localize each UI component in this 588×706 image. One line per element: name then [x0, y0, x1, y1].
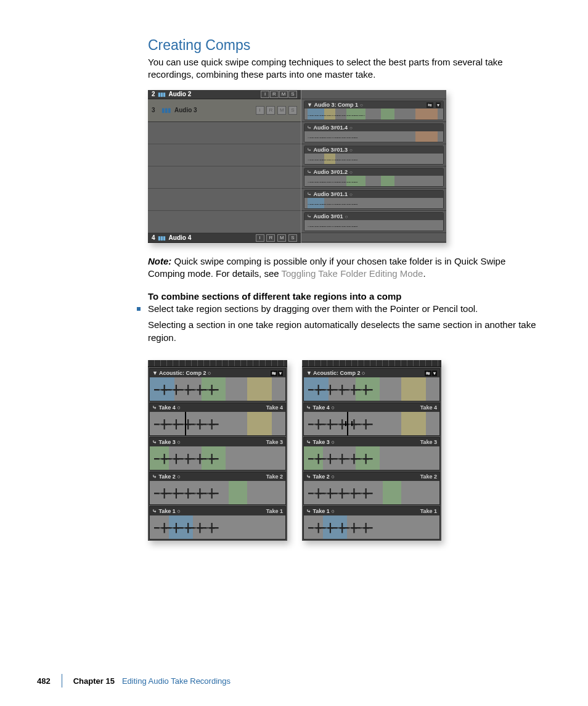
- figure-comp-tracks: 2 ▮▮▮ Audio 2 IRMS 3 ▮▮▮ Audio 3 I R M S: [148, 90, 446, 243]
- figure-before: ▼ Acoustic: Comp 2 ○ ⇆▾ ━┉╋━┉╋━┉╋━┉╋━┉╋━…: [148, 360, 287, 541]
- take-title-right: Take 1: [266, 508, 283, 514]
- split-cursor: [347, 412, 348, 435]
- take-region[interactable]: ⤷ Take 2 ○Take 2 ━┉╋━┉╋━┉╋━┉╋━┉╋━: [149, 472, 286, 505]
- take-title-left: Take 4: [159, 404, 176, 411]
- take-title-right: Take 1: [420, 508, 437, 514]
- take-title: Audio 3#01.4: [314, 125, 348, 131]
- take-title-right: Take 2: [420, 474, 437, 480]
- take-region[interactable]: ⤷ Audio 3#01.4 ┄╍┄╍┄╍╍┄╍┄┄╍╍┄╍┄╍┄╍╍: [304, 123, 444, 142]
- track-buttons: I R M S: [255, 106, 297, 115]
- take-region[interactable]: ⤷ Take 3 ○Take 3 ━┉╋━┉╋━┉╋━┉╋━┉╋━: [303, 437, 440, 470]
- take-region[interactable]: ⤷ Take 3 ○Take 3 ━┉╋━┉╋━┉╋━┉╋━┉╋━: [149, 437, 286, 470]
- take-region[interactable]: ⤷ Audio 3#01 ┄╍┄╍┄╍╍┄╍┄┄╍╍┄╍┄╍┄╍╍: [304, 212, 444, 231]
- track-name: Audio 4: [169, 234, 255, 241]
- take-subtrack-group: [148, 122, 301, 234]
- timeline-ruler: [148, 360, 287, 367]
- take-title-right: Take 3: [266, 439, 283, 445]
- solo-button[interactable]: S: [288, 106, 297, 115]
- swap-icon[interactable]: ⇆: [425, 371, 431, 376]
- chapter-label: Chapter 15: [73, 676, 115, 686]
- take-region[interactable]: ⤷ Take 4 ○Take 4 ━┉╋━┉╋━┉╋━┉╋━┉╋━: [303, 403, 440, 436]
- take-title: Audio 3#01: [314, 213, 343, 220]
- track-number: 4: [152, 234, 155, 241]
- menu-icon[interactable]: ▾: [436, 102, 441, 108]
- take-title-left: Take 4: [313, 404, 330, 411]
- comp-region[interactable]: ▼ Audio 3: Comp 1 ⇆ ▾ ┄: [304, 101, 444, 120]
- track-buttons: I R M S: [255, 234, 297, 242]
- take-lane[interactable]: ⤷ Audio 3#01.3 ┄╍┄╍┄╍╍┄╍┄┄╍╍┄╍┄╍┄╍╍: [301, 144, 446, 166]
- input-button[interactable]: I: [256, 106, 264, 115]
- menu-icon[interactable]: ▾: [278, 371, 283, 376]
- note-label: Note:: [148, 256, 171, 266]
- take-region[interactable]: ⤷ Take 1 ○Take 1 ━┉╋━┉╋━┉╋━┉╋━┉╋━: [303, 506, 440, 540]
- figure-after: ▼ Acoustic: Comp 2 ○ ⇆▾ ━┉╋━┉╋━┉╋━┉╋━┉╋━…: [302, 360, 441, 541]
- take-lane[interactable]: ⤷ Audio 3#01.2 ┄╍┄╍┄╍╍┄╍┄┄╍╍┄╍┄╍┄╍╍: [301, 166, 446, 189]
- take-title-left: Take 3: [159, 439, 176, 445]
- content-column: Creating Comps You can use quick swipe c…: [148, 37, 542, 541]
- take-title: Audio 3#01.3: [314, 147, 348, 153]
- track-list-column: 2 ▮▮▮ Audio 2 IRMS 3 ▮▮▮ Audio 3 I R M S: [148, 90, 301, 243]
- figure-before-after: ▼ Acoustic: Comp 2 ○ ⇆▾ ━┉╋━┉╋━┉╋━┉╋━┉╋━…: [148, 360, 542, 541]
- take-title-left: Take 3: [313, 439, 330, 445]
- take-region[interactable]: ⤷ Take 2 ○Take 2 ━┉╋━┉╋━┉╋━┉╋━┉╋━: [303, 472, 440, 505]
- note-link[interactable]: Toggling Take Folder Editing Mode: [282, 268, 423, 279]
- take-title-left: Take 1: [159, 508, 176, 514]
- take-title-right: Take 4: [266, 404, 283, 411]
- chapter-title: Editing Audio Take Recordings: [122, 676, 231, 686]
- take-title: Audio 3#01.1: [314, 191, 348, 197]
- waveform-icon: ▮▮▮: [161, 107, 171, 113]
- waveform-icon: ▮▮▮: [158, 235, 165, 241]
- mute-button[interactable]: M: [277, 106, 286, 115]
- task-heading: To combine sections of different take re…: [148, 291, 542, 302]
- comp-controls[interactable]: ⇆ ▾: [426, 102, 441, 108]
- track-name: Audio 2: [169, 91, 260, 97]
- comp-lane[interactable]: ▼ Audio 3: Comp 1 ⇆ ▾ ┄: [301, 99, 446, 122]
- comp-title: Acoustic: Comp 2: [159, 370, 206, 376]
- take-region[interactable]: ⤷ Audio 3#01.2 ┄╍┄╍┄╍╍┄╍┄┄╍╍┄╍┄╍┄╍╍: [304, 168, 444, 187]
- take-title-left: Take 2: [159, 474, 176, 480]
- take-title-right: Take 3: [420, 439, 437, 445]
- footer-divider: [62, 674, 62, 688]
- track-header-audio2: 2 ▮▮▮ Audio 2 IRMS: [148, 90, 301, 99]
- record-button[interactable]: R: [266, 106, 275, 115]
- take-title-right: Take 4: [420, 404, 437, 411]
- take-title-right: Take 2: [266, 474, 283, 480]
- note-text-2: .: [423, 268, 425, 279]
- page: Creating Comps You can use quick swipe c…: [0, 0, 588, 706]
- page-footer: 482 Chapter 15 Editing Audio Take Record…: [37, 674, 231, 688]
- note-paragraph: Note: Quick swipe comping is possible on…: [148, 255, 542, 281]
- track-row-audio3[interactable]: 3 ▮▮▮ Audio 3 I R M S: [148, 99, 301, 122]
- triangle-icon: ▼: [152, 370, 158, 376]
- intro-paragraph: You can use quick swipe comping techniqu…: [148, 56, 542, 81]
- track-header-audio4: 4 ▮▮▮ Audio 4 I R M S: [148, 234, 301, 243]
- section-heading: Creating Comps: [148, 37, 542, 54]
- take-region[interactable]: ⤷ Audio 3#01.3 ┄╍┄╍┄╍╍┄╍┄┄╍╍┄╍┄╍┄╍╍: [304, 146, 444, 165]
- comp-title: Audio 3: Comp 1: [314, 102, 358, 108]
- swap-icon[interactable]: ⇆: [271, 371, 277, 376]
- take-region[interactable]: ⤷ Take 4 ○Take 4 ━┉╋━┉╋━┉╋━┉╋━┉╋━: [149, 403, 286, 436]
- take-region[interactable]: ⤷ Take 1 ○Take 1 ━┉╋━┉╋━┉╋━┉╋━┉╋━: [149, 506, 286, 540]
- take-region[interactable]: ⤷ Audio 3#01.1 ┄╍┄╍┄╍╍┄╍┄┄╍╍┄╍┄╍┄╍╍: [304, 190, 444, 209]
- take-lane[interactable]: ⤷ Audio 3#01 ┄╍┄╍┄╍╍┄╍┄┄╍╍┄╍┄╍┄╍╍: [301, 211, 446, 233]
- lane-spacer: [301, 233, 446, 242]
- comp-region[interactable]: ▼ Acoustic: Comp 2 ○ ⇆▾ ━┉╋━┉╋━┉╋━┉╋━┉╋━: [149, 368, 286, 401]
- menu-icon[interactable]: ▾: [432, 371, 437, 376]
- comp-title: Acoustic: Comp 2: [313, 370, 361, 376]
- triangle-icon: ▼: [307, 102, 312, 108]
- comp-region[interactable]: ▼ Acoustic: Comp 2 ○ ⇆▾ ━┉╋━┉╋━┉╋━┉╋━┉╋━: [303, 368, 440, 401]
- swap-icon[interactable]: ⇆: [427, 102, 433, 108]
- triangle-icon: ▼: [306, 370, 312, 376]
- task-step-row: Select take region sections by dragging …: [137, 303, 542, 353]
- bullet-icon: [137, 307, 141, 311]
- timeline-ruler: [302, 360, 441, 367]
- take-lane[interactable]: ⤷ Audio 3#01.4 ┄╍┄╍┄╍╍┄╍┄┄╍╍┄╍┄╍┄╍╍: [301, 122, 446, 144]
- take-title-left: Take 2: [313, 474, 330, 480]
- edit-cursor: [185, 412, 186, 435]
- track-number: 3: [152, 107, 158, 113]
- track-name: Audio 3: [174, 107, 255, 113]
- take-title: Audio 3#01.2: [314, 169, 348, 175]
- take-lane[interactable]: ⤷ Audio 3#01.1 ┄╍┄╍┄╍╍┄╍┄┄╍╍┄╍┄╍┄╍╍: [301, 189, 446, 211]
- track-number: 2: [152, 91, 155, 97]
- take-title-left: Take 1: [313, 508, 330, 514]
- page-number: 482: [37, 676, 62, 686]
